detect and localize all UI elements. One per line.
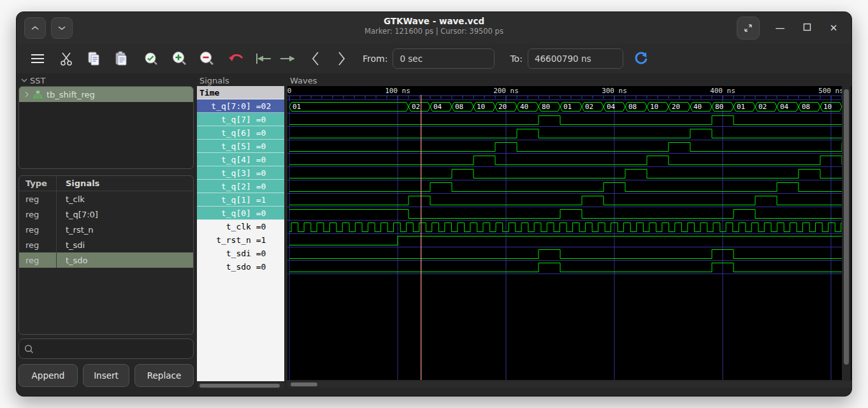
replace-button[interactable]: Replace <box>134 364 194 387</box>
table-row-t_rst_n[interactable]: regt_rst_n <box>19 222 193 237</box>
wave-area[interactable]: 0100 ns200 ns300 ns400 ns500 ns010204081… <box>287 86 851 380</box>
signal-row-t_q[3][interactable]: t_q[3] =0 <box>197 166 284 180</box>
fullscreen-button[interactable] <box>737 17 760 40</box>
svg-text:01: 01 <box>293 103 301 111</box>
from-input[interactable] <box>393 48 495 69</box>
paste-icon <box>114 51 128 66</box>
svg-text:08: 08 <box>628 103 637 111</box>
jump-end-button[interactable] <box>279 51 294 66</box>
signal-row-t_q[1][interactable]: t_q[1] =1 <box>197 193 284 207</box>
cell-signal: t_rst_n <box>56 222 193 237</box>
signal-row-t_q[6][interactable]: t_q[6] =0 <box>197 126 284 140</box>
sst-collapse-icon[interactable] <box>21 78 27 83</box>
signal-row-t_q[5][interactable]: t_q[5] =0 <box>197 140 284 153</box>
signals-hscroll-thumb[interactable] <box>199 384 280 388</box>
column-header-type[interactable]: Type <box>19 178 56 188</box>
svg-text:08: 08 <box>455 103 463 111</box>
signal-search <box>18 339 194 359</box>
tree-expander-icon[interactable] <box>24 91 29 98</box>
svg-text:20: 20 <box>672 103 680 111</box>
hierarchy-icon <box>33 91 43 99</box>
toolbar: From: To: <box>17 44 851 73</box>
reload-button[interactable] <box>633 51 649 66</box>
append-button[interactable]: Append <box>18 364 78 387</box>
zoom-out-icon <box>199 51 215 66</box>
menu-icon <box>31 54 45 64</box>
svg-text:40: 40 <box>520 103 528 111</box>
svg-text:500 ns: 500 ns <box>818 87 842 95</box>
signal-row-Time[interactable]: Time <box>197 86 284 99</box>
waveform-canvas[interactable]: 0100 ns200 ns300 ns400 ns500 ns010204081… <box>287 86 842 380</box>
svg-text:08: 08 <box>802 103 810 111</box>
svg-text:02: 02 <box>585 103 593 111</box>
table-row-t_sdo[interactable]: regt_sdo <box>19 252 193 268</box>
svg-text:01: 01 <box>737 103 745 111</box>
signal-row-t_q[0][interactable]: t_q[0] =0 <box>197 207 284 220</box>
cell-signal: t_sdo <box>56 252 193 268</box>
waves-vscrollbar[interactable] <box>842 86 851 380</box>
signal-row-t_q[7][interactable]: t_q[7] =0 <box>197 113 284 126</box>
next-edge-icon <box>337 51 346 66</box>
nav-up-button[interactable] <box>24 17 46 39</box>
svg-text:100 ns: 100 ns <box>385 87 410 95</box>
close-button[interactable]: ✕ <box>827 22 840 34</box>
svg-text:20: 20 <box>498 103 507 111</box>
signals-header: Signals <box>199 76 229 85</box>
table-row-t_clk[interactable]: regt_clk <box>19 191 193 207</box>
signal-row-t_q[4][interactable]: t_q[4] =0 <box>197 153 284 166</box>
svg-text:10: 10 <box>477 103 485 111</box>
svg-text:40: 40 <box>693 103 702 111</box>
nav-down-button[interactable] <box>51 17 73 39</box>
column-header-signals[interactable]: Signals <box>56 176 193 191</box>
chevron-down-icon <box>57 26 66 31</box>
signal-row-t_q[7:0][interactable]: t_q[7:0] =02 <box>197 99 284 113</box>
undo-button[interactable] <box>228 51 243 66</box>
svg-text:400 ns: 400 ns <box>710 87 735 95</box>
to-input[interactable] <box>528 48 623 69</box>
signal-row-t_q[2][interactable]: t_q[2] =0 <box>197 180 284 193</box>
paste-button[interactable] <box>113 51 129 66</box>
table-row-t_q[7:0][interactable]: regt_q[7:0] <box>19 207 193 222</box>
waves-vscroll-thumb[interactable] <box>844 89 849 365</box>
waves-header: Waves <box>290 76 317 85</box>
svg-text:10: 10 <box>650 103 658 111</box>
jump-start-button[interactable] <box>256 51 271 66</box>
signals-panel: Signals Timet_q[7:0] =02t_q[7] =0t_q[6] … <box>197 73 284 397</box>
waves-hscrollbar[interactable] <box>287 381 851 388</box>
undo-icon <box>228 52 243 65</box>
tree-item-tb-shift-reg[interactable]: tb_shift_reg <box>19 87 193 102</box>
signals-list: Timet_q[7:0] =02t_q[7] =0t_q[6] =0t_q[5]… <box>197 86 284 381</box>
zoom-in-button[interactable] <box>172 51 187 66</box>
jump-start-icon <box>256 53 271 64</box>
signal-row-t_clk[interactable]: t_clk =0 <box>197 220 284 233</box>
svg-text:04: 04 <box>433 103 442 111</box>
signal-row-t_sdo[interactable]: t_sdo =0 <box>197 260 284 273</box>
check-circle-icon <box>144 52 158 66</box>
svg-text:80: 80 <box>542 103 550 111</box>
maximize-button[interactable] <box>800 22 813 34</box>
svg-text:10: 10 <box>823 103 832 111</box>
cell-type: reg <box>19 240 56 250</box>
minimize-button[interactable]: — <box>774 22 786 34</box>
tree-item-label: tb_shift_reg <box>47 90 95 99</box>
check-circle-button[interactable] <box>143 51 159 66</box>
next-edge-button[interactable] <box>334 51 349 66</box>
sst-panel: SST tb_shift_reg Type <box>18 73 194 397</box>
cut-button[interactable] <box>59 51 74 66</box>
from-label: From: <box>363 54 387 64</box>
table-row-t_sdi[interactable]: regt_sdi <box>19 237 193 252</box>
prev-edge-button[interactable] <box>308 51 323 66</box>
zoom-in-icon <box>172 51 187 66</box>
search-input[interactable] <box>38 344 188 354</box>
gtkwave-window: GTKWave - wave.vcd Marker: 121600 ps | C… <box>16 11 852 397</box>
content-area: SST tb_shift_reg Type <box>17 73 851 397</box>
signal-row-t_rst_n[interactable]: t_rst_n =1 <box>197 233 284 247</box>
signals-hscrollbar[interactable] <box>197 382 284 389</box>
copy-button[interactable] <box>86 51 101 66</box>
zoom-out-button[interactable] <box>199 51 215 66</box>
insert-button[interactable]: Insert <box>83 364 129 387</box>
waves-hscroll-thumb[interactable] <box>291 382 317 386</box>
signal-row-t_sdi[interactable]: t_sdi =0 <box>197 247 284 260</box>
menu-button[interactable] <box>30 51 45 66</box>
cell-signal: t_sdi <box>56 237 193 252</box>
